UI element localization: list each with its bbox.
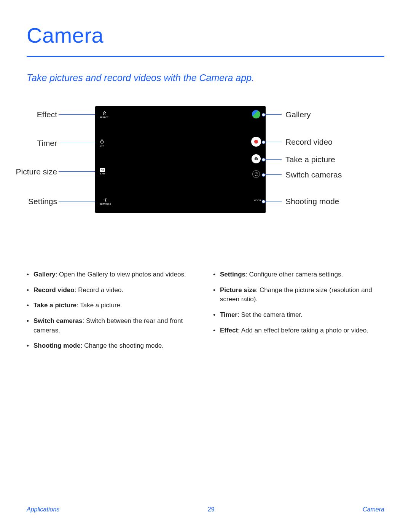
list-item: Switch cameras: Switch between the rear … [27, 316, 198, 335]
page-subtitle: Take pictures and record videos with the… [27, 72, 384, 83]
label-shooting-mode: Shooting mode [285, 197, 339, 206]
title-rule [27, 56, 384, 57]
label-switch-cameras: Switch cameras [285, 170, 342, 179]
connector [59, 143, 99, 143]
label-record-video: Record video [285, 137, 333, 147]
record-video-button[interactable] [251, 137, 261, 147]
list-item: Gallery: Open the Gallery to view photos… [27, 270, 198, 280]
mode-button[interactable]: MODE [254, 199, 261, 201]
connector [263, 159, 282, 160]
label-gallery: Gallery [285, 110, 311, 119]
list-item: Settings: Configure other camera setting… [213, 270, 384, 280]
label-picture-size: Picture size [11, 167, 57, 176]
take-picture-button[interactable] [252, 154, 261, 163]
connector [59, 171, 99, 172]
ratio-badge: 4:3 [100, 168, 105, 172]
picture-size-icon[interactable]: 4:3 3.7M [100, 168, 105, 175]
record-dot-icon [254, 140, 258, 144]
camera-icon [254, 157, 258, 161]
settings-icon[interactable]: SETTINGS [100, 198, 111, 205]
list-item: Shooting mode: Change the shooting mode. [27, 341, 198, 351]
description-columns: Gallery: Open the Gallery to view photos… [27, 270, 384, 357]
label-take-picture: Take a picture [285, 155, 335, 164]
size-caption: 3.7M [100, 173, 105, 175]
label-timer: Timer [27, 139, 57, 148]
list-item: Record video: Record a video. [27, 286, 198, 295]
timer-caption: OFF [100, 145, 104, 147]
label-effect: Effect [27, 110, 57, 119]
camera-screen: EFFECT OFF 4:3 3.7M SETTINGS [95, 106, 266, 213]
list-item: Timer: Set the camera timer. [213, 310, 384, 320]
switch-cameras-button[interactable] [252, 170, 260, 178]
connector [263, 201, 282, 201]
connector [59, 201, 99, 201]
connector [263, 174, 282, 175]
effect-icon[interactable]: EFFECT [100, 111, 108, 118]
page: Camera Take pictures and record videos w… [0, 0, 411, 532]
effect-caption: EFFECT [100, 116, 108, 118]
connector [59, 114, 99, 115]
footer-right: Camera [363, 506, 384, 513]
switch-icon [254, 172, 258, 176]
page-title: Camera [27, 23, 384, 48]
settings-caption: SETTINGS [100, 203, 111, 205]
description-col-left: Gallery: Open the Gallery to view photos… [27, 270, 198, 357]
page-footer: Applications 29 Camera [27, 506, 384, 513]
svg-point-1 [105, 200, 106, 201]
label-settings: Settings [22, 197, 57, 206]
list-item: Effect: Add an effect before taking a ph… [213, 326, 384, 335]
svg-point-2 [256, 158, 257, 160]
footer-left: Applications [27, 506, 59, 513]
connector [263, 142, 282, 142]
list-item: Picture size: Change the picture size (r… [213, 286, 384, 304]
gallery-thumbnail[interactable] [252, 110, 260, 118]
camera-diagram: Effect Timer Picture size Settings EFFEC… [27, 106, 384, 228]
description-col-right: Settings: Configure other camera setting… [213, 270, 384, 357]
list-item: Take a picture: Take a picture. [27, 301, 198, 310]
connector [263, 114, 282, 115]
footer-page-number: 29 [208, 506, 215, 513]
timer-icon[interactable]: OFF [100, 139, 104, 147]
